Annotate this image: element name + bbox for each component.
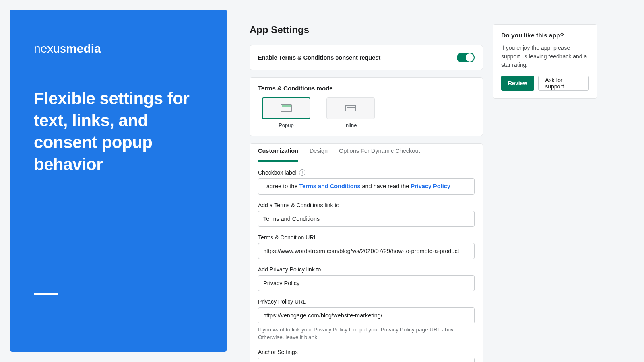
preview-terms-link: Terms and Conditions xyxy=(299,183,360,189)
support-title: Do you like this app? xyxy=(501,32,589,39)
modes-title: Terms & Conditions mode xyxy=(258,85,475,92)
toggle-knob xyxy=(466,53,474,62)
checkbox-label-text: Checkbox label xyxy=(258,169,297,176)
checkbox-label-preview[interactable]: I agree to the Terms and Conditions and … xyxy=(258,178,475,195)
mode-option-popup[interactable] xyxy=(262,97,310,119)
preview-privacy-link: Privacy Policy xyxy=(411,183,450,189)
tab-design[interactable]: Design xyxy=(310,142,328,162)
pp-url-input[interactable] xyxy=(258,307,475,323)
mode-label-popup: Popup xyxy=(279,122,294,128)
pp-helper-text: If you want to link your Privacy Policy … xyxy=(258,326,475,341)
anchor-select[interactable] xyxy=(258,358,475,362)
brand-bold: media xyxy=(66,42,101,55)
mode-option-inline[interactable] xyxy=(326,97,375,119)
popup-icon xyxy=(281,104,292,112)
review-button[interactable]: Review xyxy=(501,76,534,91)
support-text: If you enjoy the app, please support us … xyxy=(501,44,589,69)
mode-label-inline: Inline xyxy=(344,122,357,128)
promo-panel: nexusmedia Flexible settings for text, l… xyxy=(10,10,227,352)
modes-card: Terms & Conditions mode Popup Inline xyxy=(250,77,483,136)
tc-url-label: Terms & Condition URL xyxy=(258,234,475,241)
tc-link-label: Add a Terms & Conditions link to xyxy=(258,202,475,208)
enable-card: Enable Terms & Conditions consent reques… xyxy=(250,45,483,70)
pp-link-input[interactable] xyxy=(258,275,475,291)
tab-customization[interactable]: Customization xyxy=(258,142,298,162)
page-title: App Settings xyxy=(250,24,483,35)
brand-prefix: nexus xyxy=(34,42,66,55)
customization-card: Customization Design Options For Dynamic… xyxy=(250,143,483,362)
tabs: Customization Design Options For Dynamic… xyxy=(250,142,483,162)
anchor-label: Anchor Settings xyxy=(258,349,475,355)
ask-support-button[interactable]: Ask for support xyxy=(538,76,589,91)
tc-url-input[interactable] xyxy=(258,243,475,259)
enable-label: Enable Terms & Conditions consent reques… xyxy=(258,54,380,61)
inline-icon xyxy=(345,104,356,112)
preview-pre: I agree to the xyxy=(263,183,299,189)
info-icon[interactable]: ! xyxy=(299,169,305,176)
support-card: Do you like this app? If you enjoy the a… xyxy=(493,24,597,99)
pp-link-label: Add Privacy Policy link to xyxy=(258,266,475,273)
tab-dynamic-checkout[interactable]: Options For Dynamic Checkout xyxy=(339,142,420,162)
enable-toggle[interactable] xyxy=(457,53,475,62)
checkbox-label-title: Checkbox label ! xyxy=(258,169,475,176)
divider-line xyxy=(34,293,58,295)
promo-headline: Flexible settings for text, links, and c… xyxy=(34,88,203,175)
brand-logo: nexusmedia xyxy=(34,42,203,56)
pp-url-label: Privacy Policy URL xyxy=(258,298,475,305)
tc-link-input[interactable] xyxy=(258,211,475,227)
preview-mid: and have read the xyxy=(360,183,411,189)
